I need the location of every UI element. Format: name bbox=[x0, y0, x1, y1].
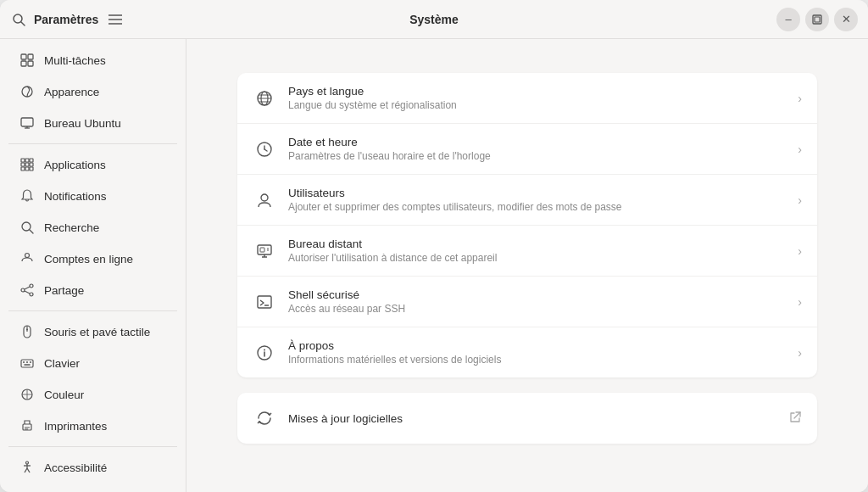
row-title-pays-langue: Pays et langue bbox=[288, 85, 798, 98]
comptes-icon bbox=[19, 250, 36, 267]
minimize-button[interactable]: – bbox=[776, 8, 800, 31]
sidebar-item-applications[interactable]: Applications bbox=[5, 149, 181, 180]
row-pays-langue[interactable]: Pays et langue Langue du système et régi… bbox=[237, 73, 817, 124]
svg-line-1 bbox=[21, 22, 25, 25]
sidebar-item-multitaches[interactable]: Multi-tâches bbox=[5, 45, 181, 75]
sidebar-label-souris: Souris et pavé tactile bbox=[44, 326, 150, 338]
sidebar: Multi-tâches Apparence bbox=[0, 39, 186, 492]
svg-point-28 bbox=[21, 288, 25, 292]
sidebar-label-imprimantes: Imprimantes bbox=[44, 420, 107, 433]
svg-point-27 bbox=[30, 284, 33, 288]
svg-line-25 bbox=[30, 230, 33, 233]
row-title-a-propos: À propos bbox=[288, 339, 798, 352]
sidebar-label-comptes: Comptes en ligne bbox=[44, 253, 133, 266]
updates-label: Mises à jour logicielles bbox=[288, 412, 788, 425]
svg-line-58 bbox=[264, 149, 267, 151]
svg-point-24 bbox=[22, 222, 31, 231]
sidebar-label-apparence: Apparence bbox=[44, 86, 99, 98]
maximize-button[interactable] bbox=[805, 8, 829, 31]
row-subtitle-bureau-distant: Autoriser l'utilisation à distance de ce… bbox=[288, 252, 798, 264]
svg-point-29 bbox=[30, 293, 33, 296]
row-text-date-heure: Date et heure Paramètres de l'useau hora… bbox=[288, 136, 798, 162]
row-title-date-heure: Date et heure bbox=[288, 136, 798, 148]
content-area: Pays et langue Langue du système et régi… bbox=[186, 39, 868, 492]
row-text-pays-langue: Pays et langue Langue du système et régi… bbox=[288, 85, 798, 111]
svg-rect-9 bbox=[21, 61, 26, 66]
updates-card: Mises à jour logicielles bbox=[237, 393, 817, 444]
svg-rect-12 bbox=[21, 118, 33, 126]
sidebar-item-bureau-ubuntu[interactable]: Bureau Ubuntu bbox=[5, 108, 181, 138]
row-text-utilisateurs: Utilisateurs Ajouter et supprimer des co… bbox=[288, 187, 798, 213]
clock-icon bbox=[253, 137, 276, 161]
svg-point-26 bbox=[25, 254, 30, 258]
close-button[interactable]: ✕ bbox=[834, 8, 858, 31]
chevron-pays-langue: › bbox=[798, 92, 802, 105]
sidebar-label-multitaches: Multi-tâches bbox=[44, 54, 106, 67]
row-text-a-propos: À propos Informations matérielles et ver… bbox=[288, 339, 798, 366]
globe-icon bbox=[253, 87, 276, 110]
sidebar-label-accessibilite: Accessibilité bbox=[44, 461, 107, 474]
row-utilisateurs[interactable]: Utilisateurs Ajouter et supprimer des co… bbox=[237, 175, 817, 226]
user-icon bbox=[253, 188, 276, 212]
svg-rect-16 bbox=[25, 159, 29, 162]
svg-rect-35 bbox=[21, 360, 33, 367]
svg-rect-63 bbox=[260, 248, 264, 252]
row-shell-securise[interactable]: Shell sécurisé Accès au réseau par SSH › bbox=[237, 277, 817, 327]
imprimantes-icon bbox=[19, 417, 36, 434]
sidebar-item-imprimantes[interactable]: Imprimantes bbox=[5, 411, 181, 441]
sidebar-label-partage: Partage bbox=[44, 284, 84, 297]
menu-button[interactable] bbox=[105, 9, 125, 30]
sidebar-item-accessibilite[interactable]: Accessibilité bbox=[5, 452, 181, 483]
chevron-date-heure: › bbox=[798, 143, 802, 156]
sidebar-item-apparence[interactable]: Apparence bbox=[5, 76, 181, 107]
svg-rect-20 bbox=[30, 163, 33, 166]
svg-rect-22 bbox=[25, 167, 29, 171]
titlebar: Paramètres Système – ✕ bbox=[0, 0, 868, 39]
svg-point-59 bbox=[261, 194, 268, 201]
apparence-icon bbox=[19, 83, 36, 100]
row-subtitle-shell-securise: Accès au réseau par SSH bbox=[288, 303, 798, 315]
row-title-bureau-distant: Bureau distant bbox=[288, 238, 798, 250]
notifications-icon bbox=[19, 187, 36, 204]
sidebar-label-clavier: Clavier bbox=[44, 357, 80, 370]
sidebar-item-couleur[interactable]: Couleur bbox=[5, 379, 181, 410]
sidebar-title: Paramètres bbox=[34, 13, 98, 26]
svg-rect-7 bbox=[21, 54, 26, 59]
multitaches-icon bbox=[19, 52, 36, 69]
sidebar-label-couleur: Couleur bbox=[44, 389, 84, 401]
info-icon bbox=[253, 341, 276, 365]
svg-line-47 bbox=[25, 468, 27, 472]
sidebar-label-notifications: Notifications bbox=[44, 190, 107, 203]
row-a-propos[interactable]: À propos Informations matérielles et ver… bbox=[237, 327, 817, 377]
row-updates[interactable]: Mises à jour logicielles bbox=[237, 393, 817, 444]
divider-3 bbox=[8, 446, 177, 447]
row-date-heure[interactable]: Date et heure Paramètres de l'useau hora… bbox=[237, 124, 817, 175]
svg-line-71 bbox=[794, 412, 800, 418]
sidebar-item-clavier[interactable]: Clavier bbox=[5, 348, 181, 378]
svg-line-48 bbox=[27, 468, 30, 472]
divider-2 bbox=[8, 310, 177, 311]
svg-line-31 bbox=[25, 291, 30, 294]
divider-1 bbox=[8, 143, 177, 144]
chevron-shell-securise: › bbox=[798, 295, 802, 309]
sidebar-item-souris[interactable]: Souris et pavé tactile bbox=[5, 316, 181, 347]
svg-point-34 bbox=[26, 329, 28, 331]
clavier-icon bbox=[19, 355, 36, 372]
row-subtitle-a-propos: Informations matérielles et versions de … bbox=[288, 354, 798, 366]
row-subtitle-date-heure: Paramètres de l'useau horaire et de l'ho… bbox=[288, 150, 798, 162]
sidebar-item-vie-privee[interactable]: Vie privée et sécurité bbox=[5, 484, 181, 492]
sidebar-item-recherche[interactable]: Recherche bbox=[5, 212, 181, 243]
search-button[interactable] bbox=[10, 11, 27, 28]
sidebar-item-comptes-en-ligne[interactable]: Comptes en ligne bbox=[5, 243, 181, 274]
sidebar-label-applications: Applications bbox=[44, 159, 106, 171]
svg-point-70 bbox=[264, 349, 265, 350]
sidebar-item-partage[interactable]: Partage bbox=[5, 275, 181, 305]
sidebar-label-recherche: Recherche bbox=[44, 221, 99, 234]
titlebar-left: Paramètres bbox=[0, 9, 125, 30]
app-window: Paramètres Système – ✕ bbox=[0, 0, 868, 492]
row-subtitle-pays-langue: Langue du système et régionalisation bbox=[288, 99, 798, 111]
sidebar-item-notifications[interactable]: Notifications bbox=[5, 181, 181, 211]
partage-icon bbox=[19, 282, 36, 299]
svg-rect-15 bbox=[21, 159, 25, 162]
row-bureau-distant[interactable]: Bureau distant Autoriser l'utilisation à… bbox=[237, 226, 817, 277]
